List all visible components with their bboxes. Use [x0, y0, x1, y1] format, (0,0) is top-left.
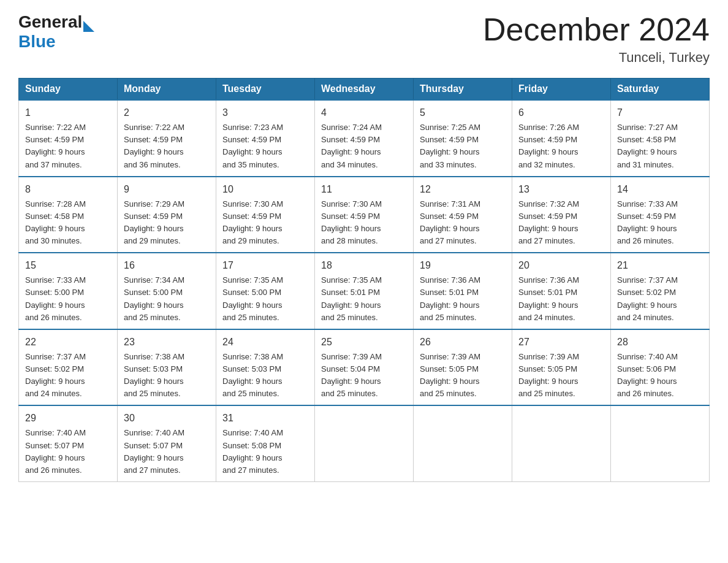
week-row-5: 29Sunrise: 7:40 AMSunset: 5:07 PMDayligh… — [19, 405, 710, 481]
logo: General Blue — [18, 12, 94, 52]
calendar-cell: 16Sunrise: 7:34 AMSunset: 5:00 PMDayligh… — [118, 253, 216, 329]
calendar-cell: 11Sunrise: 7:30 AMSunset: 4:59 PMDayligh… — [315, 177, 414, 253]
calendar-cell: 14Sunrise: 7:33 AMSunset: 4:59 PMDayligh… — [611, 177, 710, 253]
day-header-monday: Monday — [118, 79, 216, 101]
day-info: Sunrise: 7:40 AMSunset: 5:07 PMDaylight:… — [25, 427, 111, 477]
day-info: Sunrise: 7:22 AMSunset: 4:59 PMDaylight:… — [25, 121, 111, 171]
day-info: Sunrise: 7:24 AMSunset: 4:59 PMDaylight:… — [321, 121, 407, 171]
calendar-cell — [315, 405, 414, 481]
logo-general: General — [18, 12, 82, 32]
day-info: Sunrise: 7:39 AMSunset: 5:04 PMDaylight:… — [321, 351, 407, 400]
day-number: 1 — [25, 105, 111, 120]
day-header-saturday: Saturday — [611, 79, 710, 101]
day-info: Sunrise: 7:30 AMSunset: 4:59 PMDaylight:… — [222, 198, 308, 248]
day-header-friday: Friday — [512, 79, 611, 101]
day-number: 21 — [617, 258, 703, 273]
day-number: 10 — [222, 182, 308, 197]
calendar-cell — [611, 405, 710, 481]
day-info: Sunrise: 7:34 AMSunset: 5:00 PMDaylight:… — [124, 274, 210, 324]
day-info: Sunrise: 7:29 AMSunset: 4:59 PMDaylight:… — [124, 198, 210, 248]
calendar-cell: 12Sunrise: 7:31 AMSunset: 4:59 PMDayligh… — [414, 177, 512, 253]
title-section: December 2024 Tunceli, Turkey — [483, 12, 710, 66]
day-header-wednesday: Wednesday — [315, 79, 414, 101]
day-number: 26 — [420, 335, 506, 350]
calendar-cell: 2Sunrise: 7:22 AMSunset: 4:59 PMDaylight… — [118, 100, 216, 177]
day-number: 19 — [420, 258, 506, 273]
day-number: 9 — [124, 182, 210, 197]
calendar-cell: 15Sunrise: 7:33 AMSunset: 5:00 PMDayligh… — [19, 253, 118, 329]
day-number: 30 — [124, 411, 210, 426]
calendar-cell: 24Sunrise: 7:38 AMSunset: 5:03 PMDayligh… — [216, 329, 315, 406]
calendar-cell: 8Sunrise: 7:28 AMSunset: 4:58 PMDaylight… — [19, 177, 118, 253]
calendar-cell: 1Sunrise: 7:22 AMSunset: 4:59 PMDaylight… — [19, 100, 118, 177]
calendar-cell: 21Sunrise: 7:37 AMSunset: 5:02 PMDayligh… — [611, 253, 710, 329]
calendar-cell: 23Sunrise: 7:38 AMSunset: 5:03 PMDayligh… — [118, 329, 216, 406]
calendar-table: SundayMondayTuesdayWednesdayThursdayFrid… — [18, 78, 710, 482]
day-info: Sunrise: 7:36 AMSunset: 5:01 PMDaylight:… — [420, 274, 506, 324]
day-number: 15 — [25, 258, 111, 273]
day-info: Sunrise: 7:28 AMSunset: 4:58 PMDaylight:… — [25, 198, 111, 248]
week-row-2: 8Sunrise: 7:28 AMSunset: 4:58 PMDaylight… — [19, 177, 710, 253]
calendar-cell: 22Sunrise: 7:37 AMSunset: 5:02 PMDayligh… — [19, 329, 118, 406]
calendar-cell: 27Sunrise: 7:39 AMSunset: 5:05 PMDayligh… — [512, 329, 611, 406]
week-row-1: 1Sunrise: 7:22 AMSunset: 4:59 PMDaylight… — [19, 100, 710, 177]
page-header: General Blue December 2024 Tunceli, Turk… — [18, 12, 710, 66]
day-number: 29 — [25, 411, 111, 426]
day-number: 11 — [321, 182, 407, 197]
day-info: Sunrise: 7:23 AMSunset: 4:59 PMDaylight:… — [222, 121, 308, 171]
day-number: 6 — [518, 105, 604, 120]
calendar-cell: 25Sunrise: 7:39 AMSunset: 5:04 PMDayligh… — [315, 329, 414, 406]
day-info: Sunrise: 7:39 AMSunset: 5:05 PMDaylight:… — [420, 351, 506, 400]
day-number: 25 — [321, 335, 407, 350]
day-header-sunday: Sunday — [19, 79, 118, 101]
day-info: Sunrise: 7:25 AMSunset: 4:59 PMDaylight:… — [420, 121, 506, 171]
day-info: Sunrise: 7:40 AMSunset: 5:08 PMDaylight:… — [222, 427, 308, 477]
day-info: Sunrise: 7:32 AMSunset: 4:59 PMDaylight:… — [518, 198, 604, 248]
calendar-cell: 18Sunrise: 7:35 AMSunset: 5:01 PMDayligh… — [315, 253, 414, 329]
calendar-cell: 31Sunrise: 7:40 AMSunset: 5:08 PMDayligh… — [216, 405, 315, 481]
week-row-3: 15Sunrise: 7:33 AMSunset: 5:00 PMDayligh… — [19, 253, 710, 329]
calendar-cell: 6Sunrise: 7:26 AMSunset: 4:59 PMDaylight… — [512, 100, 611, 177]
day-info: Sunrise: 7:27 AMSunset: 4:58 PMDaylight:… — [617, 121, 703, 171]
month-year-title: December 2024 — [483, 12, 710, 47]
day-number: 27 — [518, 335, 604, 350]
calendar-cell: 26Sunrise: 7:39 AMSunset: 5:05 PMDayligh… — [414, 329, 512, 406]
day-number: 28 — [617, 335, 703, 350]
day-info: Sunrise: 7:39 AMSunset: 5:05 PMDaylight:… — [518, 351, 604, 400]
calendar-cell: 20Sunrise: 7:36 AMSunset: 5:01 PMDayligh… — [512, 253, 611, 329]
day-info: Sunrise: 7:33 AMSunset: 5:00 PMDaylight:… — [25, 274, 111, 324]
calendar-cell — [512, 405, 611, 481]
logo-triangle-icon — [83, 21, 94, 32]
calendar-cell: 17Sunrise: 7:35 AMSunset: 5:00 PMDayligh… — [216, 253, 315, 329]
day-number: 8 — [25, 182, 111, 197]
day-info: Sunrise: 7:35 AMSunset: 5:01 PMDaylight:… — [321, 274, 407, 324]
location-subtitle: Tunceli, Turkey — [483, 50, 710, 66]
day-number: 12 — [420, 182, 506, 197]
day-info: Sunrise: 7:40 AMSunset: 5:06 PMDaylight:… — [617, 351, 703, 400]
day-info: Sunrise: 7:36 AMSunset: 5:01 PMDaylight:… — [518, 274, 604, 324]
calendar-cell: 13Sunrise: 7:32 AMSunset: 4:59 PMDayligh… — [512, 177, 611, 253]
calendar-cell: 29Sunrise: 7:40 AMSunset: 5:07 PMDayligh… — [19, 405, 118, 481]
day-number: 23 — [124, 335, 210, 350]
day-info: Sunrise: 7:37 AMSunset: 5:02 PMDaylight:… — [617, 274, 703, 324]
day-number: 17 — [222, 258, 308, 273]
day-number: 16 — [124, 258, 210, 273]
day-info: Sunrise: 7:31 AMSunset: 4:59 PMDaylight:… — [420, 198, 506, 248]
day-number: 5 — [420, 105, 506, 120]
day-number: 7 — [617, 105, 703, 120]
day-number: 18 — [321, 258, 407, 273]
week-row-4: 22Sunrise: 7:37 AMSunset: 5:02 PMDayligh… — [19, 329, 710, 406]
calendar-cell: 10Sunrise: 7:30 AMSunset: 4:59 PMDayligh… — [216, 177, 315, 253]
day-info: Sunrise: 7:38 AMSunset: 5:03 PMDaylight:… — [222, 351, 308, 400]
days-header-row: SundayMondayTuesdayWednesdayThursdayFrid… — [19, 79, 710, 101]
day-number: 24 — [222, 335, 308, 350]
day-header-tuesday: Tuesday — [216, 79, 315, 101]
calendar-cell: 9Sunrise: 7:29 AMSunset: 4:59 PMDaylight… — [118, 177, 216, 253]
day-number: 3 — [222, 105, 308, 120]
day-number: 4 — [321, 105, 407, 120]
day-number: 14 — [617, 182, 703, 197]
calendar-cell: 5Sunrise: 7:25 AMSunset: 4:59 PMDaylight… — [414, 100, 512, 177]
day-info: Sunrise: 7:22 AMSunset: 4:59 PMDaylight:… — [124, 121, 210, 171]
day-number: 31 — [222, 411, 308, 426]
calendar-cell: 4Sunrise: 7:24 AMSunset: 4:59 PMDaylight… — [315, 100, 414, 177]
